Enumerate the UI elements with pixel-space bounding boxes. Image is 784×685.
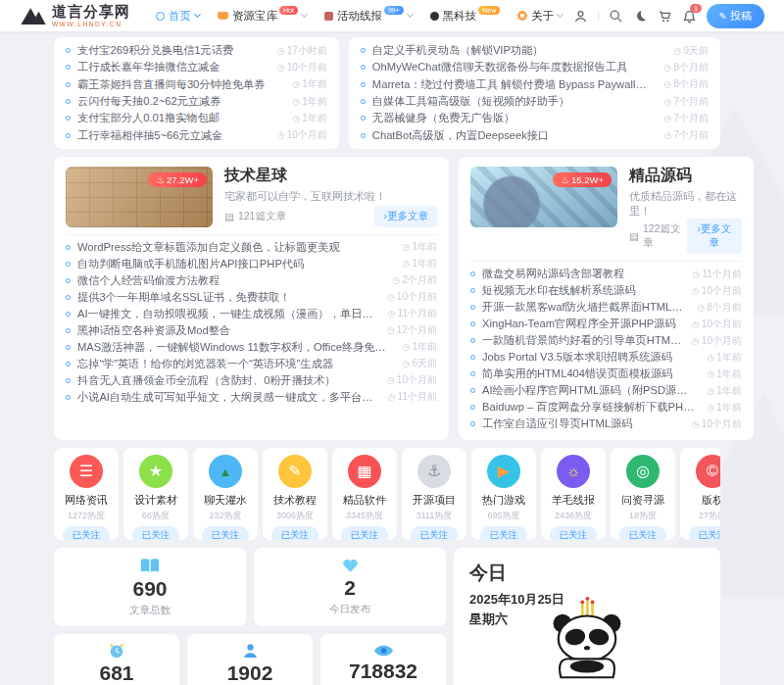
article-item[interactable]: 小说AI自动生成可写知乎短文，大纲灵感一键成文，多平台发布收益 ◷11个月前 bbox=[66, 389, 437, 406]
followed-button[interactable]: 已关注 bbox=[63, 526, 111, 540]
category-card[interactable]: ☰ 网络资讯 1272热度 已关注 bbox=[54, 448, 119, 540]
article-item[interactable]: MAS激活神器，一键解锁Windows 11数字权利，Office终身免费激活 … bbox=[66, 339, 437, 356]
user-icon[interactable] bbox=[573, 9, 588, 24]
list-item[interactable]: 霸王茶姬抖音直播间每30分钟抢免单券 ◷1年前 bbox=[66, 76, 327, 93]
nav-item-about[interactable]: 关于 bbox=[517, 9, 563, 24]
clock-icon: ◷ bbox=[664, 97, 672, 107]
tools-list-card: 自定义手机灵动岛（解锁VIP功能） ◷9天前 OhMyWeChat微信聊天数据备… bbox=[349, 37, 720, 149]
category-card[interactable]: ⚓ 开源项目 3111热度 已关注 bbox=[402, 448, 466, 540]
clock-icon: ◷ bbox=[707, 353, 714, 363]
latest-lists-section: 支付宝269积分兑换电信1元话费 ◷17小时前 工行成长嘉年华抽微信立减金 ◷1… bbox=[54, 37, 720, 149]
stat-total-users: 1902 用户总数 bbox=[187, 634, 313, 685]
followed-button[interactable]: 已关注 bbox=[202, 526, 250, 540]
article-item[interactable]: Baiduwp – 百度网盘分享链接解析下载PHP源码 ◷1年前 bbox=[470, 399, 742, 416]
article-item[interactable]: 自动判断电脑或手机随机图片API接口PHP代码 ◷1年前 bbox=[66, 256, 437, 272]
followed-button[interactable]: 已关注 bbox=[689, 526, 720, 540]
more-articles-button[interactable]: ›更多文章 bbox=[374, 206, 437, 227]
list-item[interactable]: 云闪付每天抽0.2~62元立减券 ◷1年前 bbox=[66, 93, 327, 110]
followed-button[interactable]: 已关注 bbox=[271, 526, 319, 540]
list-item[interactable]: 自定义手机灵动岛（解锁VIP功能） ◷9天前 bbox=[361, 42, 709, 59]
list-item[interactable]: 支付宝部分人0.01撸实物包邮 ◷1年前 bbox=[66, 110, 327, 126]
submit-post-button[interactable]: ✎ 投稿 bbox=[707, 4, 764, 28]
bullet-icon bbox=[66, 133, 71, 138]
category-heat: 2436热度 bbox=[541, 510, 606, 522]
heart-icon bbox=[341, 558, 360, 574]
category-card[interactable]: ✎ 技术教程 3006热度 已关注 bbox=[263, 448, 327, 540]
nav-item-activities[interactable]: 活动线报 99+ bbox=[324, 9, 413, 24]
list-item[interactable]: 工行成长嘉年华抽微信立减金 ◷10个月前 bbox=[66, 59, 327, 75]
bullet-icon bbox=[470, 338, 475, 343]
dark-mode-moon-icon[interactable] bbox=[633, 9, 648, 24]
followed-button[interactable]: 已关注 bbox=[550, 526, 598, 540]
followed-button[interactable]: 已关注 bbox=[619, 526, 667, 540]
list-item[interactable]: 支付宝269积分兑换电信1元话费 ◷17小时前 bbox=[66, 42, 327, 59]
list-item[interactable]: 无器械健身（免费无广告版） ◷7个月前 bbox=[361, 110, 709, 126]
bullet-icon bbox=[470, 388, 475, 393]
article-item[interactable]: 开源一款黑客waf防火墙拦截界面HTML源码 ◷8个月前 bbox=[470, 299, 742, 316]
article-item[interactable]: 工作室自适应引导页HTML源码 ◷10个月前 bbox=[470, 416, 742, 432]
star-icon: ★ bbox=[139, 455, 172, 488]
category-title[interactable]: 技术星球 bbox=[224, 167, 437, 184]
search-icon[interactable] bbox=[609, 9, 623, 24]
bullet-icon bbox=[66, 65, 71, 70]
article-item[interactable]: Jobs Portal V3.5版本求职招聘系统源码 ◷1年前 bbox=[470, 349, 742, 366]
more-articles-button[interactable]: ›更多文章 bbox=[687, 219, 742, 254]
site-url: WWW.LHNDY.CN bbox=[52, 21, 130, 27]
list-item[interactable]: 工行幸福相伴抽5~66元立减金 ◷10个月前 bbox=[66, 126, 327, 143]
article-item[interactable]: WordPress给文章标题添加自定义颜色，让标题更美观 ◷1年前 bbox=[66, 239, 437, 256]
article-item[interactable]: 黑神话悟空各种资源及Mod整合 ◷12个月前 bbox=[66, 322, 437, 339]
cart-icon[interactable] bbox=[658, 9, 672, 24]
nav-item-tech[interactable]: 黑科技 New bbox=[430, 9, 501, 24]
article-item[interactable]: 微盘交易网站源码含部署教程 ◷11个月前 bbox=[470, 266, 742, 282]
article-item[interactable]: 提供3个一年期单域名SSL证书，免费获取！ ◷10个月前 bbox=[66, 289, 437, 306]
tech-cover-image[interactable]: ♨27.2W+ bbox=[66, 167, 213, 227]
article-item[interactable]: 忘掉“学”英语！给你的浏览器装一个“英语环境”生成器 ◷6天前 bbox=[66, 356, 437, 372]
followed-button[interactable]: 已关注 bbox=[132, 526, 180, 540]
category-card[interactable]: ▶ 热门游戏 695热度 已关注 bbox=[471, 448, 536, 540]
pencil-icon: ✎ bbox=[719, 11, 727, 22]
followed-button[interactable]: 已关注 bbox=[411, 526, 459, 540]
clock-icon: ◷ bbox=[693, 269, 701, 279]
category-title[interactable]: 精品源码 bbox=[629, 167, 742, 184]
activity-icon bbox=[324, 12, 333, 21]
category-card[interactable]: ☼ 羊毛线报 2436热度 已关注 bbox=[541, 448, 606, 540]
followed-button[interactable]: 已关注 bbox=[480, 526, 528, 540]
bullet-icon bbox=[66, 312, 71, 317]
bullet-icon bbox=[361, 99, 366, 104]
notification-bell[interactable]: 1 bbox=[682, 9, 697, 24]
category-name: 技术教程 bbox=[263, 493, 327, 508]
nav-item-home[interactable]: 首页 bbox=[156, 9, 200, 24]
clock-icon: ◷ bbox=[697, 303, 705, 313]
article-item[interactable]: 抖音无人直播领金币全流程（含防封、0粉开播技术） ◷10个月前 bbox=[66, 372, 437, 389]
feature-section: ♨27.2W+ 技术星球 宅家都可以自学，互联网技术啦！ ▤ 121篇文章 ›更… bbox=[54, 157, 720, 440]
category-name: 问资寻源 bbox=[611, 493, 675, 508]
today-title: 今日 bbox=[469, 561, 705, 586]
category-card[interactable]: ★ 设计素材 66热度 已关注 bbox=[123, 448, 188, 540]
game-icon: ▶ bbox=[487, 455, 520, 488]
clock-icon: ◷ bbox=[707, 403, 714, 413]
category-card[interactable]: © 版权 27热度 已关注 bbox=[680, 448, 720, 540]
article-item[interactable]: 一款随机背景简约好看的引导单页HTML源码 ◷10个月前 bbox=[470, 332, 742, 349]
followed-button[interactable]: 已关注 bbox=[341, 526, 389, 540]
new-badge: New bbox=[478, 6, 500, 15]
main-nav: 首页 资源宝库 Hot 活动线报 99+ 黑科技 New bbox=[156, 9, 563, 24]
source-cover-image[interactable]: ♨15.2W+ bbox=[470, 167, 617, 227]
site-logo[interactable]: 道言分享网 WWW.LHNDY.CN bbox=[20, 4, 130, 27]
stats-section: 690 文章总数 2 今日发布 681 运行时间 1902 bbox=[54, 548, 720, 685]
nav-item-resources[interactable]: 资源宝库 Hot bbox=[218, 9, 307, 24]
category-card[interactable]: ◎ 问资寻源 18热度 已关注 bbox=[611, 448, 675, 540]
article-item[interactable]: 短视频无水印在线解析系统源码 ◷10个月前 bbox=[470, 282, 742, 299]
bullet-icon bbox=[66, 295, 71, 300]
clock-icon: ◷ bbox=[277, 46, 285, 56]
list-item[interactable]: OhMyWeChat微信聊天数据备份与年度数据报告工具 ◷8个月前 bbox=[361, 59, 709, 75]
category-card[interactable]: ▲ 聊天灌水 232热度 已关注 bbox=[193, 448, 258, 540]
article-item[interactable]: 简单实用的HTML404错误页面模板源码 ◷1年前 bbox=[470, 366, 742, 382]
article-item[interactable]: AI一键推文，自动投喂视频，一键生成视频（漫画），单日200+ ◷11个月前 bbox=[66, 306, 437, 322]
category-card[interactable]: ▦ 精品软件 3345热度 已关注 bbox=[332, 448, 397, 540]
article-item[interactable]: AI绘画小程序官网HTML源码（附PSD源文件） ◷1年前 bbox=[470, 382, 742, 399]
list-item[interactable]: ChatBot高级版，内置Deepseek接口 ◷7个月前 bbox=[361, 126, 709, 143]
list-item[interactable]: 自媒体工具箱高级版（短视频的好助手） ◷7个月前 bbox=[361, 93, 709, 110]
article-item[interactable]: 微信个人经营码偷渡方法教程 ◷2个月前 bbox=[66, 272, 437, 289]
article-item[interactable]: XingHan-Team官网程序全开源PHP源码 ◷10个月前 bbox=[470, 316, 742, 332]
list-item[interactable]: Marreta：绕过付费墙工具 解锁付费墙 Bypass Paywall类似工具… bbox=[361, 76, 709, 93]
